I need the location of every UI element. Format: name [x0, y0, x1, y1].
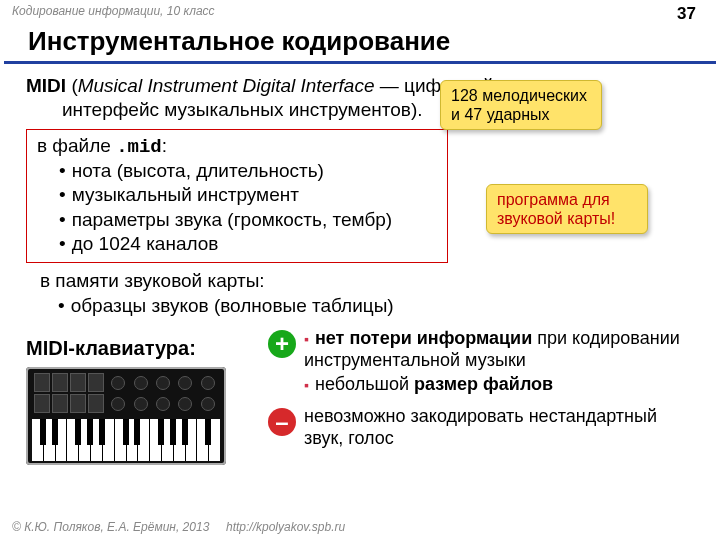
copyright: © К.Ю. Поляков, Е.А. Ерёмин, 2013	[12, 520, 209, 534]
file-item: параметры звука (громкость, тембр)	[59, 208, 437, 232]
file-items: нота (высота, длительность) музыкальный …	[37, 159, 437, 256]
callout-program: программа для звуковой карты!	[486, 184, 648, 234]
midi-keyboard-image	[26, 367, 226, 465]
plus-icon: +	[268, 330, 296, 358]
con-item: невозможно закодировать нестандартный зв…	[304, 406, 688, 450]
midi-abbr: MIDI	[26, 75, 66, 96]
file-lead: в файле	[37, 135, 116, 156]
pros-list: нет потери информации при кодировании ин…	[304, 328, 688, 398]
pro-item: небольшой размер файлов	[304, 374, 688, 396]
memory-item: образцы звуков (волновые таблицы)	[58, 294, 694, 318]
course-label: Кодирование информации, 10 класс	[12, 4, 215, 24]
page-number: 37	[677, 4, 696, 24]
file-ext: .mid	[116, 136, 162, 158]
file-item: музыкальный инструмент	[59, 183, 437, 207]
callout-instruments: 128 мелодических и 47 ударных	[440, 80, 602, 130]
file-item: до 1024 каналов	[59, 232, 437, 256]
page-title: Инструментальное кодирование	[4, 26, 716, 64]
memory-lead: в памяти звуковой карты:	[40, 269, 694, 293]
footer-url: http://kpolyakov.spb.ru	[226, 520, 345, 534]
midi-expansion: Musical Instrument Digital Interface	[78, 75, 375, 96]
pros-cons-block: + нет потери информации при кодировании …	[268, 328, 688, 450]
header-strip: Кодирование информации, 10 класс 37	[0, 0, 720, 26]
file-item: нота (высота, длительность)	[59, 159, 437, 183]
pro-item: нет потери информации при кодировании ин…	[304, 328, 688, 372]
memory-block: в памяти звуковой карты: образцы звуков …	[40, 269, 694, 318]
file-contents-box: в файле .mid: нота (высота, длительность…	[26, 129, 448, 264]
footer: © К.Ю. Поляков, Е.А. Ерёмин, 2013 http:/…	[0, 518, 720, 536]
minus-icon: –	[268, 408, 296, 436]
